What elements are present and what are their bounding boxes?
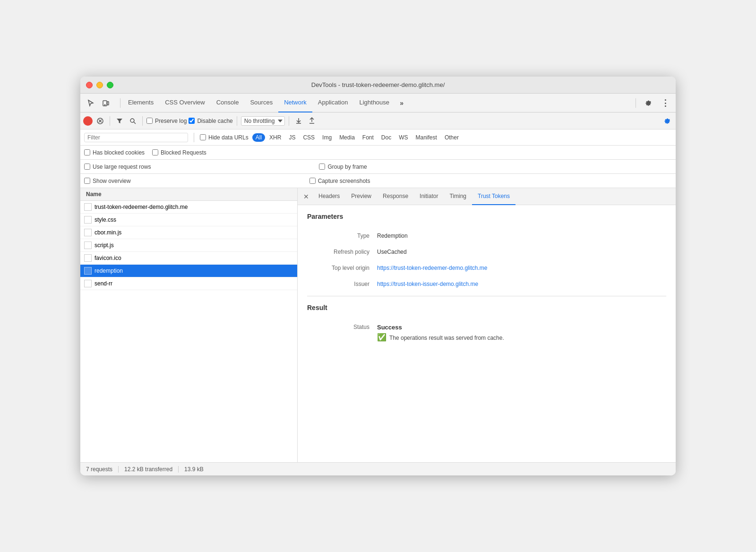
result-table: Status Success ✅ The operations result w… — [307, 319, 666, 346]
filter-tag-all[interactable]: All — [252, 133, 265, 142]
device-icon[interactable] — [99, 96, 112, 110]
tab-lighthouse[interactable]: Lighthouse — [353, 94, 395, 112]
hide-data-urls-checkbox[interactable] — [200, 134, 206, 140]
minimize-button[interactable] — [96, 82, 103, 88]
disable-cache-label[interactable]: Disable cache — [189, 118, 232, 124]
search-icon[interactable] — [127, 115, 138, 127]
group-by-frame-checkbox[interactable] — [319, 164, 325, 170]
tab-headers[interactable]: Headers — [313, 188, 345, 205]
maximize-button[interactable] — [107, 82, 113, 88]
preserve-log-label[interactable]: Preserve log — [146, 118, 187, 124]
status-bar: 7 requests 12.2 kB transferred 13.9 kB — [80, 462, 676, 475]
filter-tag-ws[interactable]: WS — [395, 133, 411, 142]
has-blocked-cookies-checkbox[interactable] — [84, 149, 90, 155]
list-item[interactable]: send-rr — [80, 277, 297, 290]
param-key-issuer: Issuer — [307, 276, 373, 292]
record-button[interactable] — [83, 116, 93, 126]
show-overview-label[interactable]: Show overview — [84, 178, 131, 184]
filter-tag-js[interactable]: JS — [285, 133, 299, 142]
file-icon-selected — [84, 267, 92, 275]
group-by-frame-label[interactable]: Group by frame — [319, 164, 367, 170]
cache-message: The operations result was served from ca… — [389, 335, 504, 341]
result-status-label: Status — [307, 319, 373, 346]
filter-tag-doc[interactable]: Doc — [378, 133, 395, 142]
blocked-requests-label[interactable]: Blocked Requests — [152, 149, 206, 156]
list-item[interactable]: trust-token-redeemer-demo.glitch.me — [80, 201, 297, 214]
filter-icon[interactable] — [114, 115, 125, 127]
preserve-log-checkbox[interactable] — [146, 118, 153, 124]
show-overview-checkbox[interactable] — [84, 178, 90, 184]
section-divider — [307, 296, 666, 296]
import-icon[interactable] — [293, 115, 304, 127]
svg-point-2 — [104, 104, 105, 105]
file-icon — [84, 254, 92, 262]
tab-css-overview[interactable]: CSS Overview — [159, 94, 211, 112]
tab-divider — [120, 98, 120, 108]
disable-cache-checkbox[interactable] — [189, 118, 195, 124]
filter-tag-css[interactable]: CSS — [300, 133, 318, 142]
tab-network[interactable]: Network — [278, 94, 312, 112]
table-row: Type Redemption — [307, 228, 666, 244]
toolbar-divider-2 — [142, 116, 143, 126]
tab-console[interactable]: Console — [211, 94, 245, 112]
hide-data-urls-label[interactable]: Hide data URLs — [200, 134, 249, 141]
filter-tag-media[interactable]: Media — [336, 133, 358, 142]
param-value-refresh: UseCached — [373, 244, 666, 260]
toolbar-divider-4 — [289, 116, 289, 126]
traffic-lights — [86, 82, 113, 88]
filter-tag-img[interactable]: Img — [319, 133, 335, 142]
filter-divider — [194, 133, 194, 142]
stop-recording-button[interactable] — [94, 115, 106, 127]
export-icon[interactable] — [306, 115, 318, 127]
main-content: Name trust-token-redeemer-demo.glitch.me… — [80, 188, 676, 462]
tab-elements[interactable]: Elements — [122, 94, 159, 112]
file-icon — [84, 216, 92, 224]
tab-initiator[interactable]: Initiator — [414, 188, 444, 205]
result-status-value: Success ✅ The operations result was serv… — [373, 319, 666, 346]
file-list-header: Name — [80, 188, 297, 201]
large-rows-label[interactable]: Use large request rows — [84, 164, 151, 170]
requests-count: 7 requests — [86, 466, 119, 473]
close-button[interactable] — [86, 82, 93, 88]
filter-tag-manifest[interactable]: Manifest — [412, 133, 440, 142]
tab-sources[interactable]: Sources — [244, 94, 278, 112]
blocked-requests-checkbox[interactable] — [152, 149, 158, 155]
list-item[interactable]: script.js — [80, 239, 297, 252]
filter-tag-xhr[interactable]: XHR — [266, 133, 284, 142]
param-value-type: Redemption — [373, 228, 666, 244]
tab-preview[interactable]: Preview — [345, 188, 377, 205]
list-item[interactable]: favicon.ico — [80, 252, 297, 265]
param-value-origin: https://trust-token-redeemer-demo.glitch… — [373, 260, 666, 276]
file-icon — [84, 242, 92, 249]
close-detail-button[interactable]: ✕ — [300, 188, 313, 205]
capture-screenshots-label[interactable]: Capture screenshots — [309, 178, 370, 184]
tab-response[interactable]: Response — [377, 188, 414, 205]
result-title: Result — [307, 304, 666, 311]
more-tabs-button[interactable]: » — [395, 96, 408, 110]
more-menu-button[interactable]: ⋮ — [659, 96, 672, 110]
table-row: Top level origin https://trust-token-red… — [307, 260, 666, 276]
file-icon — [84, 203, 92, 211]
param-key-origin: Top level origin — [307, 260, 373, 276]
list-item[interactable]: cbor.min.js — [80, 226, 297, 239]
options-row-1: Has blocked cookies Blocked Requests — [80, 146, 676, 160]
options-row-2: Use large request rows Group by frame — [80, 160, 676, 174]
filter-input[interactable] — [84, 133, 188, 142]
network-settings-icon[interactable] — [662, 115, 673, 127]
cursor-icon[interactable] — [84, 96, 97, 110]
large-rows-checkbox[interactable] — [84, 164, 90, 170]
toolbar-divider-3 — [237, 116, 237, 126]
tab-application[interactable]: Application — [312, 94, 354, 112]
filter-tag-font[interactable]: Font — [359, 133, 377, 142]
has-blocked-cookies-label[interactable]: Has blocked cookies — [84, 149, 145, 156]
list-item-selected[interactable]: redemption — [80, 265, 297, 277]
capture-screenshots-checkbox[interactable] — [309, 178, 316, 184]
filter-tag-other[interactable]: Other — [441, 133, 462, 142]
tab-timing[interactable]: Timing — [444, 188, 472, 205]
list-item[interactable]: style.css — [80, 214, 297, 226]
throttle-select[interactable]: No throttling — [241, 116, 285, 126]
settings-icon[interactable] — [642, 96, 655, 110]
table-row: Issuer https://trust-token-issuer-demo.g… — [307, 276, 666, 292]
table-row: Status Success ✅ The operations result w… — [307, 319, 666, 346]
tab-trust-tokens[interactable]: Trust Tokens — [472, 188, 515, 205]
